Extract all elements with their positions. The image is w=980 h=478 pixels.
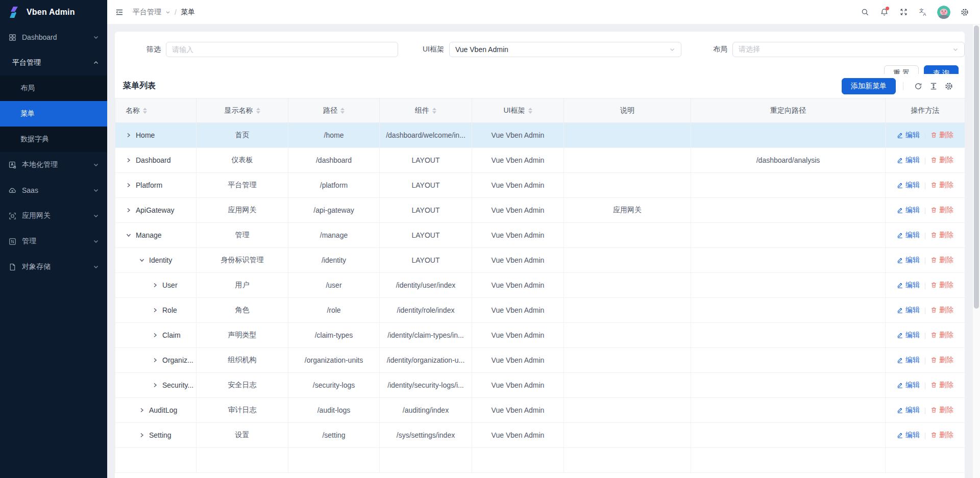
row-height-button[interactable]: [926, 79, 941, 94]
sidebar-item-object-storage[interactable]: 对象存储: [0, 254, 107, 280]
search-button[interactable]: [856, 4, 873, 20]
chevron-down-icon[interactable]: [165, 10, 170, 15]
logo[interactable]: Vben Admin: [0, 0, 107, 24]
delete-button[interactable]: 删除: [930, 381, 953, 390]
column-header-component[interactable]: 组件: [380, 98, 472, 123]
user-avatar[interactable]: [937, 6, 950, 19]
delete-button[interactable]: 删除: [930, 181, 953, 190]
table-row[interactable]: Platform 平台管理 /platform LAYOUT Vue Vben …: [115, 173, 965, 198]
sidebar-item-dashboard[interactable]: Dashboard: [0, 24, 107, 50]
delete-button[interactable]: 删除: [930, 156, 953, 165]
expand-chevron-icon[interactable]: [152, 282, 158, 288]
delete-button[interactable]: 删除: [930, 356, 953, 365]
delete-button[interactable]: 删除: [930, 256, 953, 265]
sidebar-item-localization[interactable]: 本地化管理: [0, 152, 107, 178]
table-settings-button[interactable]: [941, 79, 957, 94]
settings-button[interactable]: [957, 4, 973, 20]
expand-chevron-icon[interactable]: [139, 432, 145, 438]
sidebar-item-saas[interactable]: Saas: [0, 178, 107, 203]
sort-icon[interactable]: [528, 108, 532, 114]
edit-button[interactable]: 编辑: [897, 181, 920, 190]
cell-name: User: [115, 273, 197, 298]
breadcrumb-parent[interactable]: 平台管理: [133, 8, 161, 17]
sort-icon[interactable]: [256, 108, 260, 114]
edit-button[interactable]: 编辑: [897, 256, 920, 265]
vertical-scrollbar[interactable]: [973, 24, 980, 478]
sidebar-collapse-button[interactable]: [111, 4, 128, 20]
table-row[interactable]: Role 角色 /role /identity/role/index Vue V…: [115, 298, 965, 323]
expand-chevron-icon[interactable]: [126, 157, 132, 163]
scrollbar-thumb[interactable]: [974, 26, 979, 309]
delete-button[interactable]: 删除: [930, 231, 953, 240]
sidebar-item-menu[interactable]: 菜单: [0, 101, 107, 127]
cell-component: LAYOUT: [380, 173, 472, 198]
delete-button[interactable]: 删除: [930, 431, 953, 440]
sidebar-item-manage[interactable]: 管理: [0, 229, 107, 254]
delete-button[interactable]: 删除: [930, 406, 953, 415]
edit-label: 编辑: [905, 231, 920, 240]
edit-button[interactable]: 编辑: [897, 206, 920, 215]
delete-button[interactable]: 删除: [930, 331, 953, 340]
refresh-button[interactable]: [911, 79, 926, 94]
edit-button[interactable]: 编辑: [897, 131, 920, 140]
delete-button[interactable]: 删除: [930, 131, 953, 140]
edit-button[interactable]: 编辑: [897, 431, 920, 440]
keyword-input[interactable]: [172, 45, 392, 54]
table-row[interactable]: Claim 声明类型 /claim-types /identity/claim-…: [115, 323, 965, 348]
table-row[interactable]: User 用户 /user /identity/user/index Vue V…: [115, 273, 965, 298]
sort-icon[interactable]: [143, 108, 147, 114]
delete-button[interactable]: 删除: [930, 306, 953, 315]
sort-icon[interactable]: [340, 108, 345, 114]
search-icon: [861, 8, 869, 16]
table-row[interactable]: Security... 安全日志 /security-logs /identit…: [115, 373, 965, 398]
sidebar-item-layout[interactable]: 布局: [0, 76, 107, 101]
edit-button[interactable]: 编辑: [897, 406, 920, 415]
sidebar-item-platform[interactable]: 平台管理: [0, 50, 107, 76]
expand-chevron-icon[interactable]: [152, 332, 158, 338]
edit-button[interactable]: 编辑: [897, 231, 920, 240]
expand-chevron-icon[interactable]: [126, 182, 132, 188]
edit-button[interactable]: 编辑: [897, 306, 920, 315]
expand-chevron-icon[interactable]: [126, 132, 132, 138]
table-row[interactable]: Manage 管理 /manage LAYOUT Vue Vben Admin …: [115, 223, 965, 248]
notifications-button[interactable]: [876, 4, 892, 20]
edit-button[interactable]: 编辑: [897, 356, 920, 365]
delete-label: 删除: [939, 281, 953, 290]
table-row[interactable]: 编辑 删除: [115, 448, 965, 473]
cell-display-name: 用户: [197, 273, 288, 298]
delete-button[interactable]: 删除: [930, 206, 953, 215]
edit-button[interactable]: 编辑: [897, 281, 920, 290]
edit-button[interactable]: 编辑: [897, 156, 920, 165]
fullscreen-button[interactable]: [895, 4, 912, 20]
edit-button[interactable]: 编辑: [897, 331, 920, 340]
expand-chevron-icon[interactable]: [152, 307, 158, 313]
table-row[interactable]: Home 首页 /home /dashboard/welcome/in... V…: [115, 123, 965, 148]
table-row[interactable]: ApiGateway 应用网关 /api-gateway LAYOUT Vue …: [115, 198, 965, 223]
delete-button[interactable]: 删除: [930, 281, 953, 290]
expand-chevron-icon[interactable]: [126, 232, 132, 238]
add-menu-button[interactable]: 添加新菜单: [842, 78, 896, 94]
column-header-path[interactable]: 路径: [288, 98, 380, 123]
table-row[interactable]: Dashboard 仪表板 /dashboard LAYOUT Vue Vben…: [115, 148, 965, 173]
edit-button[interactable]: 编辑: [897, 381, 920, 390]
expand-chevron-icon[interactable]: [139, 257, 145, 263]
table-row[interactable]: Organiz... 组织机构 /organization-units /ide…: [115, 348, 965, 373]
expand-chevron-icon[interactable]: [139, 407, 145, 413]
column-header-name[interactable]: 名称: [115, 98, 197, 123]
ui-framework-select[interactable]: Vue Vben Admin: [449, 42, 681, 57]
column-header-display-name[interactable]: 显示名称: [197, 98, 288, 123]
expand-chevron-icon[interactable]: [126, 207, 132, 213]
sidebar-item-api-gateway[interactable]: 应用网关: [0, 203, 107, 229]
language-button[interactable]: 文 A: [915, 4, 931, 20]
table-row[interactable]: Identity 身份标识管理 /identity LAYOUT Vue Vbe…: [115, 248, 965, 273]
expand-chevron-icon[interactable]: [152, 357, 158, 363]
expand-chevron-icon[interactable]: [152, 382, 158, 388]
layout-select[interactable]: 请选择: [732, 42, 965, 57]
sort-icon[interactable]: [432, 108, 436, 114]
cell-actions: 编辑 删除: [886, 198, 965, 223]
cell-ui-framework: Vue Vben Admin: [472, 173, 564, 198]
table-row[interactable]: Setting 设置 /setting /sys/settings/index …: [115, 423, 965, 448]
column-header-ui-framework[interactable]: UI框架: [472, 98, 564, 123]
table-row[interactable]: AuditLog 审计日志 /audit-logs /auditing/inde…: [115, 398, 965, 423]
sidebar-item-data-dictionary[interactable]: 数据字典: [0, 127, 107, 152]
